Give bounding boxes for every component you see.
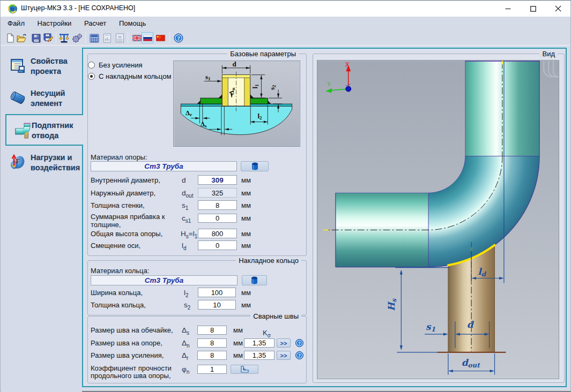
unit-label: мм [241,289,251,297]
k-sigma-input[interactable]: 1,35 [244,338,275,348]
sidebar-item-loads[interactable]: F Нагрузки и воздействия [1,152,82,174]
param-symbol: l2 [184,289,189,298]
radio-label[interactable]: Без усиления [99,61,142,69]
param-symbol: s2 [184,301,190,311]
toolbar-separator [169,32,170,43]
material-ring-label: Материал кольца: [91,267,149,275]
help-icon: ? [174,33,183,43]
sidebar-item-project-properties[interactable]: Свойства проекта [1,54,82,77]
param-symbol: dout [182,189,193,199]
save-button[interactable] [31,33,41,43]
material-ring-db-button[interactable] [242,275,267,285]
material-database-icon [251,276,258,284]
radio-no-reinforcement[interactable] [88,62,95,69]
material-support-field[interactable]: Ст3 Труба [91,161,237,171]
menu-settings[interactable]: Настройки [32,17,77,31]
calculator-button[interactable] [89,33,100,43]
pipe-element-icon [9,89,26,106]
sidebar-item-bearing-element[interactable]: Несущий элемент [1,87,82,110]
minimize-icon [505,6,511,12]
sidebar-item-elbow-support-selected[interactable]: Подпятник отвода [5,114,83,146]
language-russian-button[interactable] [142,32,153,43]
param-input-ld[interactable]: 0 [198,240,237,250]
param-label: Толщина стенки, [91,201,145,209]
sidebar-item-label: Подпятник отвода [32,120,73,141]
maximize-button[interactable] [521,1,545,17]
flag-china-icon [156,35,165,41]
weld-seam-icon [240,366,249,373]
weld-seam-button[interactable] [231,365,258,374]
unit-label: мм [241,189,251,197]
material-ring-field[interactable]: Ст3 Труба [91,275,238,285]
param-input-hs[interactable]: 800 [198,229,237,238]
svg-text:?: ? [298,353,301,358]
k-sigma-more-button[interactable]: >> [277,338,291,348]
menu-file[interactable]: Файл [2,17,30,31]
param-symbol: Hs=l1 [181,230,197,239]
open-file-icon [17,33,27,43]
radio-with-pad-ring[interactable] [88,73,95,80]
param-input-s2[interactable]: 10 [198,300,236,310]
language-chinese-button[interactable] [154,32,166,43]
weld-input-dr[interactable]: 8 [197,351,227,360]
settings-gears-icon [72,33,83,43]
weld-input-phi[interactable]: 1 [197,365,227,374]
param-symbol: Δr [182,351,188,361]
viewport-3d[interactable]: ld Hs s1 d dout X Y [317,60,559,379]
param-symbol: d [182,176,186,184]
material-support-label: Материал опоры: [91,153,147,161]
svg-text:d: d [232,61,236,68]
unit-label: мм [241,230,251,238]
new-document-button[interactable] [5,33,16,43]
help-button[interactable]: ? [173,33,184,43]
unit-label: мм [241,214,251,222]
report-button[interactable] [102,33,113,43]
help-icon[interactable]: ? [295,339,303,347]
svg-text:W: W [118,35,122,39]
close-button[interactable] [546,1,570,17]
param-symbol: φn [182,365,189,375]
material-database-icon [251,162,258,170]
support-schematic-diagram: d s1 Δn l1 s2 Δr Δs l2 [173,61,300,147]
menu-help[interactable]: Помощь [114,17,151,31]
radio-label[interactable]: С накладным кольцом [99,72,171,80]
k-sigma-header: Kσ [263,329,271,338]
param-label: Смещение оси, [91,242,140,250]
save-as-button[interactable] [43,33,54,43]
minimize-button[interactable] [495,1,520,17]
param-symbol: s1 [182,201,188,211]
param-label: Наружный диаметр, [91,189,155,197]
calculator-icon [90,34,99,43]
unit-label: мм [233,351,243,359]
word-export-button[interactable]: W [114,33,125,43]
weld-input-dn[interactable]: 8 [197,338,227,348]
group-title: Базовые параметры [227,50,299,58]
window-title: Штуцер-МКЭ 3.3 - [НЕ СОХРАНЕНО] [21,1,135,17]
units-balance-button[interactable] [58,33,69,43]
param-input-d[interactable]: 309 [198,175,237,185]
help-icon[interactable]: ? [295,351,303,359]
param-input-cs1[interactable]: 0 [198,214,237,223]
menu-bar: Файл Настройки Расчет Помощь [1,17,570,31]
param-symbol: ld [182,242,187,251]
settings-gears-button[interactable] [72,33,83,43]
language-english-button[interactable] [131,32,143,43]
param-label: Размер шва на опоре, [91,339,162,347]
material-support-db-button[interactable] [241,161,269,171]
param-input-l2[interactable]: 100 [198,288,236,297]
toolbar-separator [85,32,86,43]
k-sigma-input[interactable]: 1,35 [244,351,275,360]
unit-label: мм [241,201,251,209]
menu-calculation[interactable]: Расчет [79,17,112,31]
units-balance-icon [59,33,69,43]
weld-input-ds[interactable]: 8 [197,326,227,335]
unit-label: мм [233,326,243,334]
save-icon [32,34,41,43]
k-sigma-more-button[interactable]: >> [277,351,291,360]
param-label: Общая высота опоры, [91,230,162,238]
open-file-button[interactable] [17,33,27,43]
svg-text:X: X [345,61,350,69]
param-input-s1[interactable]: 8 [198,200,237,210]
sidebar-item-label: Нагрузки и воздействия [31,153,80,173]
param-symbol: cs1 [182,214,191,224]
